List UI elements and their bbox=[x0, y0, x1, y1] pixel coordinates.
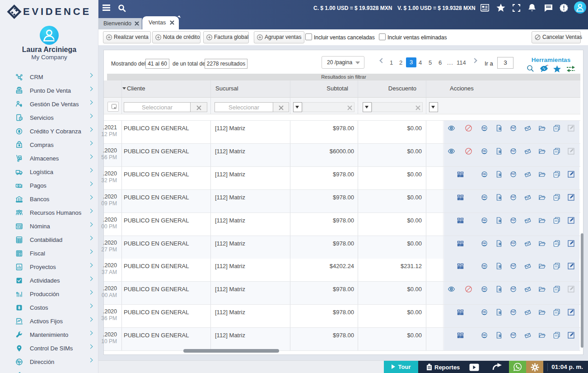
svg-text:XML: XML bbox=[482, 334, 486, 336]
svg-text:PDF: PDF bbox=[511, 173, 515, 175]
svg-text:XML: XML bbox=[482, 311, 486, 313]
svg-text:PDF: PDF bbox=[511, 219, 515, 222]
svg-text:XML: XML bbox=[482, 196, 486, 198]
svg-text:*: * bbox=[547, 64, 549, 68]
svg-text:PDF: PDF bbox=[511, 288, 515, 290]
svg-text:PDF: PDF bbox=[511, 311, 515, 313]
svg-text:XML: XML bbox=[482, 173, 486, 175]
svg-text:XML: XML bbox=[482, 265, 486, 267]
svg-text:PDF: PDF bbox=[511, 127, 515, 129]
svg-text:XML: XML bbox=[482, 127, 486, 129]
svg-text:XML: XML bbox=[482, 288, 486, 290]
svg-text:PDF: PDF bbox=[511, 150, 515, 152]
svg-text:XML: XML bbox=[482, 219, 486, 222]
svg-text:PDF: PDF bbox=[511, 334, 515, 336]
svg-text:PDF: PDF bbox=[511, 242, 515, 245]
svg-text:XML: XML bbox=[482, 150, 486, 152]
svg-text:XML: XML bbox=[482, 242, 486, 245]
svg-text:EVIDENCE: EVIDENCE bbox=[23, 6, 91, 17]
svg-text:PDF: PDF bbox=[511, 265, 515, 267]
svg-text:PDF: PDF bbox=[511, 196, 515, 198]
